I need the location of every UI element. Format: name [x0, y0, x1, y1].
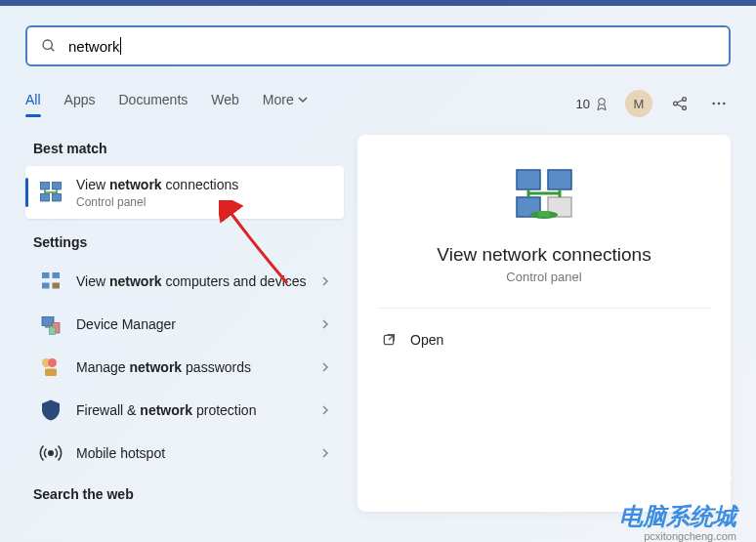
svg-rect-17	[42, 283, 50, 289]
chevron-right-icon	[320, 405, 330, 415]
user-avatar[interactable]: M	[625, 90, 652, 117]
watermark-cn: 电脑系统城	[619, 501, 736, 532]
svg-point-10	[723, 103, 726, 105]
open-action[interactable]: Open	[377, 324, 711, 355]
section-best-match: Best match	[33, 141, 344, 156]
svg-point-9	[718, 103, 721, 105]
shield-icon	[39, 398, 63, 422]
tab-all[interactable]: All	[25, 92, 41, 115]
filter-tabs: All Apps Documents Web More	[25, 92, 308, 115]
result-view-network-computers[interactable]: View network computers and devices	[25, 260, 344, 303]
divider	[377, 308, 711, 309]
tab-documents[interactable]: Documents	[118, 92, 188, 115]
network-connections-icon	[39, 181, 63, 204]
svg-rect-15	[42, 272, 50, 278]
result-view-network-connections[interactable]: View network connections Control panel	[25, 166, 344, 219]
svg-rect-25	[45, 369, 57, 377]
svg-rect-22	[50, 327, 56, 335]
tab-more[interactable]: More	[263, 92, 308, 115]
result-firewall[interactable]: Firewall & network protection	[25, 389, 344, 432]
result-device-manager[interactable]: Device Manager	[25, 303, 344, 346]
tab-more-label: More	[263, 92, 294, 107]
svg-rect-28	[548, 170, 571, 189]
chevron-right-icon	[320, 448, 330, 458]
svg-rect-27	[517, 170, 540, 189]
preview-subtitle: Control panel	[506, 270, 581, 284]
tab-web[interactable]: Web	[211, 92, 239, 115]
svg-rect-13	[41, 194, 50, 202]
svg-rect-11	[41, 183, 50, 190]
svg-point-8	[712, 103, 715, 105]
svg-rect-18	[53, 283, 61, 289]
svg-point-0	[43, 40, 52, 49]
svg-line-7	[677, 104, 683, 107]
svg-point-26	[49, 451, 54, 456]
more-options-icon[interactable]	[707, 92, 731, 115]
search-icon	[41, 38, 57, 54]
search-query-text: network	[68, 38, 120, 55]
open-icon	[381, 332, 397, 348]
hotspot-icon	[39, 441, 63, 465]
medal-icon	[594, 96, 609, 111]
watermark-url: pcxitongcheng.com	[644, 530, 736, 542]
network-computers-icon	[39, 270, 63, 293]
credentials-icon	[39, 355, 63, 379]
open-label: Open	[410, 332, 443, 348]
preview-title: View network connections	[437, 244, 651, 266]
search-box[interactable]: network	[25, 25, 731, 66]
chevron-right-icon	[320, 362, 330, 372]
share-icon[interactable]	[668, 92, 692, 115]
rewards-badge[interactable]: 10	[576, 96, 609, 111]
chevron-right-icon	[320, 319, 330, 329]
preview-network-icon	[513, 164, 575, 227]
watermark-hwidc: HWIDC	[601, 451, 736, 493]
section-settings: Settings	[33, 234, 344, 250]
section-search-web: Search the web	[33, 486, 344, 502]
svg-rect-32	[538, 211, 550, 217]
results-panel: Best match View network connections Cont…	[25, 135, 344, 512]
svg-rect-16	[53, 272, 61, 278]
result-text: View network connections Control panel	[76, 176, 330, 209]
tab-apps[interactable]: Apps	[64, 92, 96, 115]
result-manage-passwords[interactable]: Manage network passwords	[25, 346, 344, 389]
result-mobile-hotspot[interactable]: Mobile hotspot	[25, 432, 344, 475]
svg-line-6	[677, 100, 683, 103]
window-top-bar	[0, 0, 756, 6]
svg-rect-12	[53, 183, 62, 190]
chevron-down-icon	[298, 95, 308, 104]
tabs-row: All Apps Documents Web More 10 M	[25, 90, 731, 117]
svg-point-2	[599, 99, 606, 105]
result-subtitle: Control panel	[76, 195, 330, 209]
svg-line-1	[51, 48, 54, 51]
toolbar-right: 10 M	[576, 90, 731, 117]
chevron-right-icon	[320, 276, 330, 286]
svg-rect-14	[53, 194, 62, 202]
device-manager-icon	[39, 313, 63, 336]
rewards-count: 10	[576, 97, 590, 111]
svg-point-24	[48, 358, 57, 367]
